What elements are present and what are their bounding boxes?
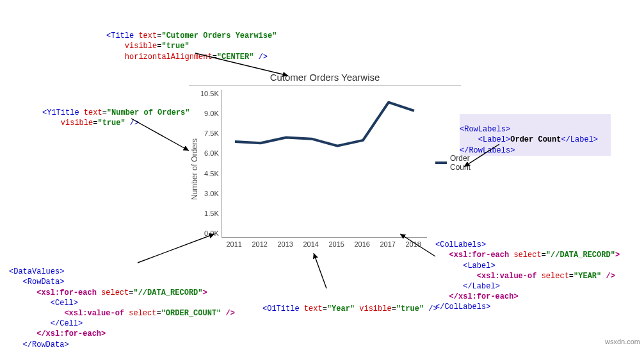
svg-line-3 xyxy=(400,234,435,256)
watermark: wsxdn.com xyxy=(605,338,640,345)
chart-line xyxy=(222,90,427,237)
y-axis-label: Number of Orders xyxy=(189,90,200,248)
svg-line-1 xyxy=(131,119,189,151)
svg-line-0 xyxy=(195,53,288,76)
code-title-text: Cutomer Orders Yearwise xyxy=(166,31,273,40)
svg-line-4 xyxy=(138,234,214,263)
code-datavalues: <DataValues> <RowData> <xsl:for-each sel… xyxy=(9,256,235,348)
svg-line-2 xyxy=(464,144,499,167)
code-rowlabels-label: Order Count xyxy=(510,135,561,144)
arrow-title xyxy=(192,50,307,88)
y-axis-ticks: 10.5K9.0K7.5K6.0K4.5K3.0K1.5K0.0K xyxy=(200,90,221,237)
arrow-datavalues xyxy=(134,231,224,269)
arrow-y1title xyxy=(128,115,205,160)
arrow-o1title xyxy=(307,250,346,295)
arrow-rowlabels xyxy=(461,141,512,173)
chart-plot xyxy=(221,90,427,238)
arrow-collabels xyxy=(397,231,448,263)
x-axis-ticks: 20112012201320142015201620172018 xyxy=(221,238,426,248)
code-o1title: <O1Title text="Year" visible="true" /> xyxy=(262,294,438,314)
svg-line-5 xyxy=(314,253,326,288)
legend-swatch xyxy=(435,162,447,164)
code-collabels: <ColLabels> <xsl:for-each select="//DATA… xyxy=(435,229,620,313)
chart-container: Cutomer Orders Yearwise Number of Orders… xyxy=(189,72,461,258)
